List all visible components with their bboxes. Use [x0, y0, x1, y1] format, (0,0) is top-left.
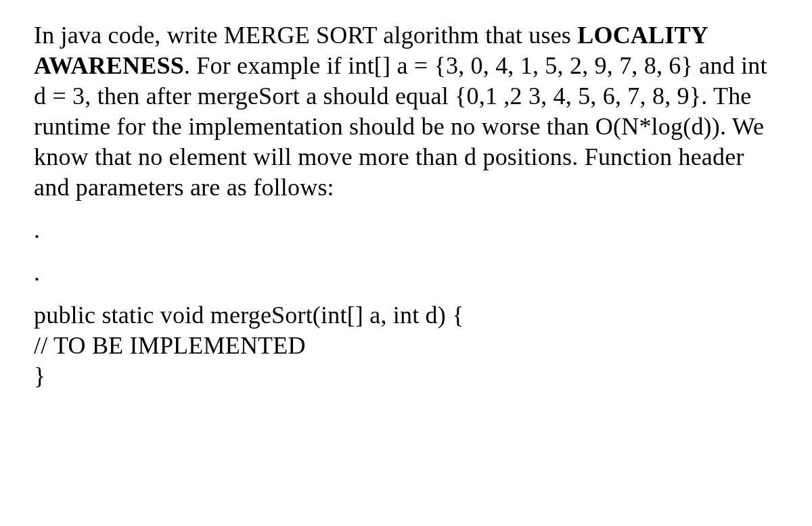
bullet-1: . [34, 215, 778, 245]
function-close-brace: } [34, 361, 778, 391]
function-signature: public static void mergeSort(int[] a, in… [34, 300, 778, 331]
intro-text: In java code, write MERGE SORT algorithm… [34, 22, 577, 49]
document-content: In java code, write MERGE SORT algorithm… [34, 20, 778, 391]
function-body-comment: // TO BE IMPLEMENTED [34, 331, 778, 361]
bullet-2: . [34, 258, 778, 288]
code-block: public static void mergeSort(int[] a, in… [34, 300, 778, 391]
problem-statement: In java code, write MERGE SORT algorithm… [34, 20, 778, 203]
